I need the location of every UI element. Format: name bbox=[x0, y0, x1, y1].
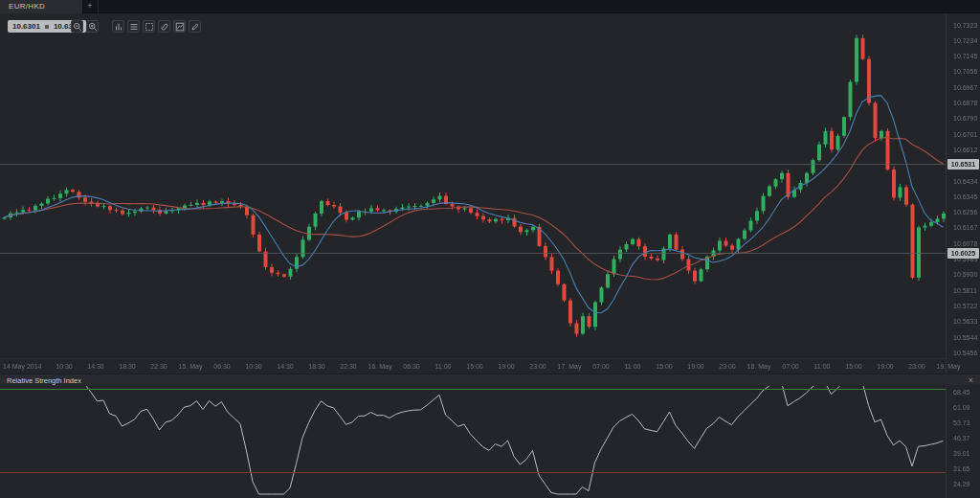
zoom-out-button[interactable] bbox=[71, 20, 83, 33]
price-axis-label: 10.7145 bbox=[953, 52, 977, 60]
time-axis-label: 06:30 bbox=[213, 362, 231, 371]
rsi-panel-title: Relative Strength Index bbox=[7, 376, 81, 385]
time-axis-label: 23:00 bbox=[908, 362, 925, 371]
price-axis-label: 10.5633 bbox=[953, 317, 977, 326]
time-axis-label: 15:00 bbox=[656, 362, 673, 371]
time-axis-label: 19. May bbox=[937, 362, 961, 371]
price-axis-label: 10.6167 bbox=[953, 223, 977, 232]
zoom-out-icon bbox=[73, 22, 82, 32]
price-axis-label: 10.5811 bbox=[953, 286, 977, 295]
trading-app-window: EUR/HKD + 10.6301 10.6330 10.6531 10.602… bbox=[0, 0, 980, 498]
time-axis-label: 11:00 bbox=[625, 362, 641, 371]
rsi-panel-header: Relative Strength Index × bbox=[0, 374, 980, 386]
time-axis-label: 14 May 2014 bbox=[3, 362, 41, 371]
time-axis-label: 07:00 bbox=[782, 362, 799, 371]
time-axis-separator bbox=[0, 358, 946, 359]
line-chart-icon bbox=[175, 22, 185, 32]
rsi-overbought-line bbox=[0, 389, 946, 390]
price-axis-label: 10.6345 bbox=[953, 192, 977, 201]
time-axis-label: 14:30 bbox=[87, 362, 104, 371]
select-area-icon bbox=[145, 22, 154, 32]
bar-chart-button[interactable] bbox=[112, 20, 124, 33]
price-level-line-lower[interactable] bbox=[0, 253, 946, 254]
list-button[interactable] bbox=[127, 20, 140, 33]
time-axis-label: 15. May bbox=[179, 362, 203, 371]
price-axis-label: 10.7056 bbox=[953, 67, 977, 76]
line-chart-button[interactable] bbox=[173, 20, 186, 33]
rsi-axis-label: 46.37 bbox=[953, 434, 970, 442]
rsi-close-button[interactable]: × bbox=[969, 375, 973, 386]
rsi-axis-label: 24.29 bbox=[953, 480, 970, 488]
price-level-marker-lower: 10.6025 bbox=[947, 248, 979, 259]
price-axis-label: 10.6967 bbox=[953, 83, 977, 92]
chart-canvas[interactable] bbox=[0, 0, 980, 498]
time-axis-label: 11:00 bbox=[814, 362, 831, 371]
list-icon bbox=[129, 22, 139, 32]
price-axis-label: 10.6878 bbox=[953, 99, 977, 107]
time-axis-label: 18. May bbox=[747, 362, 771, 371]
bar-chart-icon bbox=[114, 22, 123, 32]
time-axis-label: 19:00 bbox=[877, 362, 894, 371]
rsi-axis-label: 68.45 bbox=[953, 388, 970, 396]
quote-separator-icon bbox=[45, 25, 49, 29]
time-axis-label: 22:30 bbox=[150, 362, 167, 371]
price-axis-label: 10.5544 bbox=[953, 333, 977, 342]
tab-bar: EUR/HKD + bbox=[0, 0, 980, 13]
draw-icon bbox=[190, 22, 200, 32]
tab-eurhkd[interactable]: EUR/HKD bbox=[0, 0, 82, 13]
zoom-in-icon bbox=[88, 22, 98, 32]
rsi-axis-label: 39.01 bbox=[953, 449, 970, 458]
price-axis-label: 10.5722 bbox=[953, 302, 977, 310]
price-axis-label: 10.5900 bbox=[953, 270, 977, 279]
price-axis-label: 10.7234 bbox=[953, 36, 977, 45]
time-axis-label: 14:30 bbox=[277, 362, 294, 371]
time-axis-label: 15:00 bbox=[466, 362, 483, 371]
price-level-marker-upper: 10.6531 bbox=[947, 159, 979, 170]
chart-toolbar bbox=[71, 20, 204, 33]
time-axis-label: 07:00 bbox=[592, 362, 610, 371]
price-axis-label: 10.6790 bbox=[953, 114, 977, 123]
price-axis-label: 10.6434 bbox=[953, 177, 977, 186]
time-axis-label: 19:00 bbox=[498, 362, 515, 371]
time-axis-label: 10:30 bbox=[245, 362, 262, 371]
price-axis-label: 10.6078 bbox=[953, 239, 977, 248]
time-axis-label: 06:30 bbox=[403, 362, 420, 371]
time-axis-label: 23:00 bbox=[719, 362, 736, 371]
time-axis-label: 23:00 bbox=[529, 362, 546, 371]
time-axis-label: 15:00 bbox=[845, 362, 862, 371]
time-axis-label: 19:00 bbox=[687, 362, 704, 371]
price-level-line-upper[interactable] bbox=[0, 164, 946, 165]
time-axis-label: 10:30 bbox=[56, 362, 73, 371]
zoom-in-button[interactable] bbox=[86, 20, 99, 33]
select-area-button[interactable] bbox=[143, 20, 155, 33]
rsi-axis-label: 61.09 bbox=[953, 403, 970, 412]
time-axis-label: 17. May bbox=[558, 362, 582, 371]
bid-price: 10.6301 bbox=[12, 22, 40, 31]
price-axis-label: 10.5456 bbox=[953, 349, 977, 357]
time-axis-label: 11:00 bbox=[435, 362, 452, 371]
price-axis-label: 10.6256 bbox=[953, 208, 977, 216]
time-axis-label: 22:30 bbox=[340, 362, 357, 371]
rsi-axis-label: 53.73 bbox=[953, 419, 970, 427]
time-axis-label: 16. May bbox=[368, 362, 392, 371]
time-axis-label: 18:30 bbox=[119, 362, 136, 371]
price-axis-label: 10.6612 bbox=[953, 146, 977, 154]
rsi-oversold-line bbox=[0, 472, 946, 473]
attach-icon bbox=[160, 22, 169, 32]
rsi-axis-label: 31.65 bbox=[953, 464, 970, 473]
price-axis-label: 10.6701 bbox=[953, 130, 977, 139]
price-axis-separator bbox=[946, 13, 947, 498]
time-axis-label: 18:30 bbox=[308, 362, 325, 371]
draw-button[interactable] bbox=[189, 20, 201, 33]
new-tab-button[interactable]: + bbox=[82, 0, 99, 13]
price-axis-label: 10.7323 bbox=[953, 21, 977, 30]
attach-button[interactable] bbox=[158, 20, 170, 33]
